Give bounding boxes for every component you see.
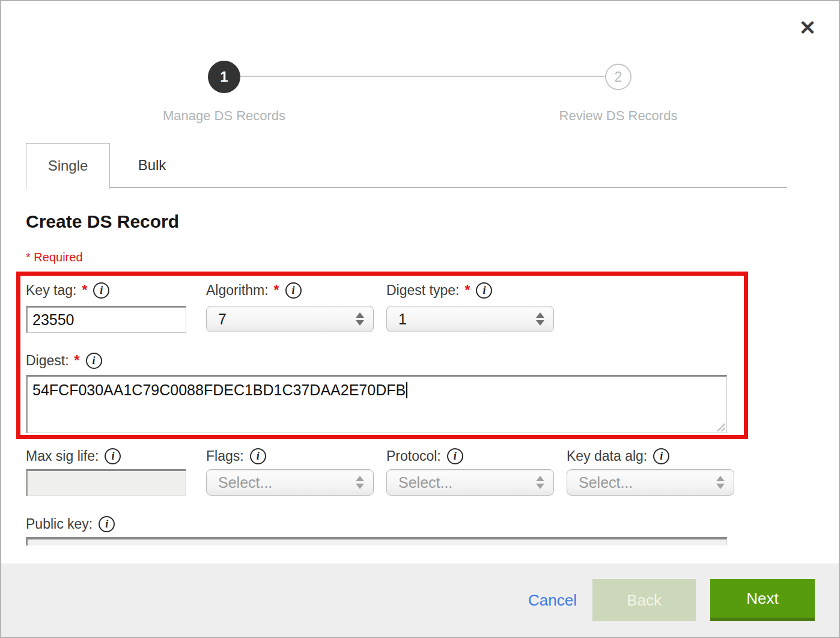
algorithm-field: Algorithm: * i 7 <box>206 281 374 332</box>
create-ds-record-modal: ✕ 1 2 Manage DS Records Review DS Record… <box>0 0 840 638</box>
step-2-circle: 2 <box>605 64 632 90</box>
select-arrows-icon <box>536 312 544 326</box>
flags-info-icon[interactable]: i <box>250 448 266 464</box>
key-data-alg-field: Key data alg: i Select... <box>567 447 734 496</box>
digest-type-select-value: 1 <box>398 311 407 327</box>
key-data-alg-label: Key data alg: <box>567 448 647 464</box>
digest-label: Digest: <box>26 353 69 369</box>
step-1-label: Manage DS Records <box>163 108 285 124</box>
cancel-button[interactable]: Cancel <box>528 591 577 610</box>
public-key-field: Public key: i <box>26 515 727 545</box>
algorithm-select[interactable]: 7 <box>206 306 374 332</box>
public-key-info-icon[interactable]: i <box>99 516 115 532</box>
protocol-select-value: Select... <box>398 474 452 491</box>
text-caret <box>406 382 407 398</box>
digest-type-label: Digest type: <box>386 282 459 299</box>
protocol-info-icon[interactable]: i <box>447 448 463 464</box>
required-note: * Required <box>26 251 83 264</box>
key-tag-label: Key tag: <box>26 282 76 299</box>
max-sig-life-info-icon[interactable]: i <box>105 448 121 464</box>
algorithm-info-icon[interactable]: i <box>285 282 302 299</box>
close-icon: ✕ <box>799 16 817 39</box>
protocol-select[interactable]: Select... <box>386 469 554 496</box>
digest-field: Digest: * i 54FCF030AA1C79C0088FDEC1BD1C… <box>26 351 727 433</box>
max-sig-life-input[interactable] <box>26 469 186 496</box>
back-button[interactable]: Back <box>592 579 696 621</box>
step-2-label: Review DS Records <box>559 108 678 124</box>
select-arrows-icon <box>356 476 364 489</box>
stepper-connector <box>239 76 606 77</box>
algorithm-required-mark: * <box>274 282 279 299</box>
key-data-alg-select-value: Select... <box>579 474 633 491</box>
tab-single[interactable]: Single <box>26 143 110 189</box>
page-title: Create DS Record <box>26 211 179 232</box>
public-key-textarea[interactable] <box>26 537 727 545</box>
key-data-alg-select[interactable]: Select... <box>567 469 734 496</box>
key-tag-info-icon[interactable]: i <box>93 282 109 299</box>
digest-type-select[interactable]: 1 <box>386 306 554 332</box>
protocol-field: Protocol: i Select... <box>386 447 554 496</box>
digest-required-mark: * <box>75 353 80 369</box>
resize-handle-icon[interactable] <box>715 421 725 431</box>
protocol-label: Protocol: <box>386 448 441 464</box>
select-arrows-icon <box>716 476 725 489</box>
tab-bar: Single Bulk <box>26 143 787 188</box>
digest-type-required-mark: * <box>464 282 470 299</box>
algorithm-label: Algorithm: <box>206 282 269 299</box>
digest-info-icon[interactable]: i <box>86 353 102 369</box>
select-arrows-icon <box>356 312 364 326</box>
footer: Cancel Back Next <box>1 564 839 637</box>
key-tag-input[interactable] <box>26 306 186 333</box>
digest-type-field: Digest type: * i 1 <box>386 281 554 332</box>
key-tag-required-mark: * <box>82 282 87 299</box>
tab-bulk[interactable]: Bulk <box>110 143 194 188</box>
max-sig-life-field: Max sig life: i <box>26 447 186 496</box>
algorithm-select-value: 7 <box>218 311 227 327</box>
public-key-label: Public key: <box>26 516 93 532</box>
flags-label: Flags: <box>206 448 244 464</box>
max-sig-life-label: Max sig life: <box>26 448 99 464</box>
key-tag-field: Key tag: * i <box>26 281 186 333</box>
digest-value: 54FCF030AA1C79C0088FDEC1BD1C37DAA2E70DFB <box>32 381 406 398</box>
key-data-alg-info-icon[interactable]: i <box>653 448 669 464</box>
close-button[interactable]: ✕ <box>793 14 822 41</box>
next-button[interactable]: Next <box>710 579 815 621</box>
digest-type-info-icon[interactable]: i <box>476 282 492 299</box>
flags-field: Flags: i Select... <box>206 447 374 496</box>
flags-select-value: Select... <box>218 474 272 491</box>
flags-select[interactable]: Select... <box>206 469 374 496</box>
select-arrows-icon <box>536 476 544 489</box>
digest-textarea[interactable]: 54FCF030AA1C79C0088FDEC1BD1C37DAA2E70DFB <box>26 375 727 433</box>
step-1-circle: 1 <box>208 61 240 93</box>
